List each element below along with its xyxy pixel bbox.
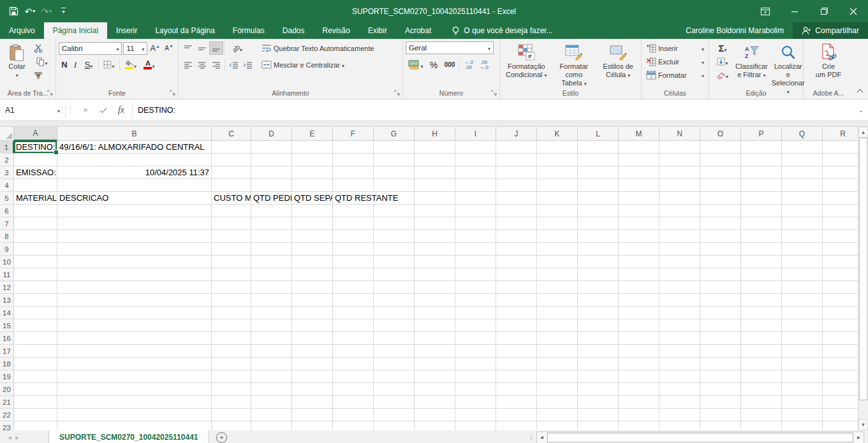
minimize-button[interactable] (780, 0, 809, 22)
cell-H7[interactable] (415, 217, 455, 230)
cell-D19[interactable] (251, 370, 292, 383)
cell-H16[interactable] (415, 332, 455, 345)
cell-P20[interactable] (741, 383, 782, 396)
copy-button[interactable] (31, 55, 53, 68)
cell-H9[interactable] (415, 243, 455, 256)
cell-B15[interactable] (57, 319, 212, 332)
cell-J14[interactable] (496, 307, 537, 319)
cell-I7[interactable] (455, 217, 496, 230)
font-size-combo[interactable]: 11 (123, 42, 147, 55)
tab-p-gina-inicial[interactable]: Página Inicial (44, 22, 107, 39)
fill-handle[interactable] (54, 150, 59, 155)
cell-E4[interactable] (292, 179, 333, 192)
tab-acrobat[interactable]: Acrobat (396, 22, 440, 39)
cell-E1[interactable] (292, 141, 333, 154)
cell-F17[interactable] (333, 345, 374, 358)
cell-D14[interactable] (251, 307, 292, 319)
cell-J22[interactable] (496, 409, 537, 421)
cell-D11[interactable] (251, 268, 292, 281)
vertical-scroll-thumb[interactable] (859, 138, 867, 400)
cell-G1[interactable] (374, 141, 415, 154)
new-sheet-button[interactable]: + (209, 430, 235, 443)
cell-O2[interactable] (700, 154, 741, 166)
cell-R12[interactable] (823, 281, 858, 294)
cell-Q13[interactable] (782, 294, 823, 307)
row-header-18[interactable]: 18 (0, 358, 14, 370)
cell-O1[interactable] (700, 141, 741, 154)
cell-B4[interactable] (57, 179, 212, 192)
cell-H23[interactable] (415, 421, 455, 430)
format-cells-button[interactable]: Formatar (644, 68, 706, 82)
cell-L14[interactable] (578, 307, 619, 319)
cell-H1[interactable] (415, 141, 455, 154)
cell-L20[interactable] (578, 383, 619, 396)
cell-O20[interactable] (700, 383, 741, 396)
cell-N3[interactable] (659, 166, 700, 179)
cell-A19[interactable] (14, 370, 57, 383)
cell-R8[interactable] (823, 230, 858, 243)
row-header-14[interactable]: 14 (0, 307, 14, 319)
row-header-21[interactable]: 21 (0, 396, 14, 409)
cell-M6[interactable] (619, 205, 659, 217)
align-top-button[interactable] (181, 41, 195, 55)
row-header-8[interactable]: 8 (0, 230, 14, 243)
cell-P21[interactable] (741, 396, 782, 409)
cell-Q18[interactable] (782, 358, 823, 370)
cell-F15[interactable] (333, 319, 374, 332)
cell-F20[interactable] (333, 383, 374, 396)
cell-G3[interactable] (374, 166, 415, 179)
cell-L19[interactable] (578, 370, 619, 383)
cell-I6[interactable] (455, 205, 496, 217)
cell-P8[interactable] (741, 230, 782, 243)
column-header-I[interactable]: I (455, 127, 496, 141)
cell-R1[interactable] (823, 141, 858, 154)
cell-P18[interactable] (741, 358, 782, 370)
cell-H3[interactable] (415, 166, 455, 179)
cell-H12[interactable] (415, 281, 455, 294)
cell-G19[interactable] (374, 370, 415, 383)
column-header-F[interactable]: F (333, 127, 374, 141)
autosum-button[interactable]: Σ (712, 41, 733, 55)
cell-K18[interactable] (537, 358, 578, 370)
column-header-N[interactable]: N (659, 127, 700, 141)
share-button[interactable]: Compartilhar (793, 22, 868, 39)
cell-J20[interactable] (496, 383, 537, 396)
cell-A22[interactable] (14, 409, 57, 421)
cell-O18[interactable] (700, 358, 741, 370)
cell-B17[interactable] (57, 345, 212, 358)
cell-M1[interactable] (619, 141, 659, 154)
cell-F18[interactable] (333, 358, 374, 370)
align-left-button[interactable] (181, 58, 195, 71)
column-header-M[interactable]: M (619, 127, 659, 141)
cell-G11[interactable] (374, 268, 415, 281)
cell-A11[interactable] (14, 268, 57, 281)
cell-N5[interactable] (659, 192, 700, 205)
cell-F8[interactable] (333, 230, 374, 243)
cell-Q8[interactable] (782, 230, 823, 243)
cell-N22[interactable] (659, 409, 700, 421)
cell-L21[interactable] (578, 396, 619, 409)
cell-E2[interactable] (292, 154, 333, 166)
row-header-17[interactable]: 17 (0, 345, 14, 358)
cell-L23[interactable] (578, 421, 619, 430)
cell-F5[interactable]: QTD RESTANTE (333, 192, 374, 205)
cell-L17[interactable] (578, 345, 619, 358)
cell-H22[interactable] (415, 409, 455, 421)
cell-B9[interactable] (57, 243, 212, 256)
cell-D16[interactable] (251, 332, 292, 345)
cell-K8[interactable] (537, 230, 578, 243)
cell-I10[interactable] (455, 256, 496, 268)
cell-K7[interactable] (537, 217, 578, 230)
cell-G8[interactable] (374, 230, 415, 243)
cell-N6[interactable] (659, 205, 700, 217)
cell-D21[interactable] (251, 396, 292, 409)
cell-D5[interactable]: QTD PEDID (251, 192, 292, 205)
cell-B10[interactable] (57, 256, 212, 268)
cell-J23[interactable] (496, 421, 537, 430)
cell-K6[interactable] (537, 205, 578, 217)
cell-M14[interactable] (619, 307, 659, 319)
cell-I13[interactable] (455, 294, 496, 307)
cell-R3[interactable] (823, 166, 858, 179)
cell-H2[interactable] (415, 154, 455, 166)
cell-G20[interactable] (374, 383, 415, 396)
